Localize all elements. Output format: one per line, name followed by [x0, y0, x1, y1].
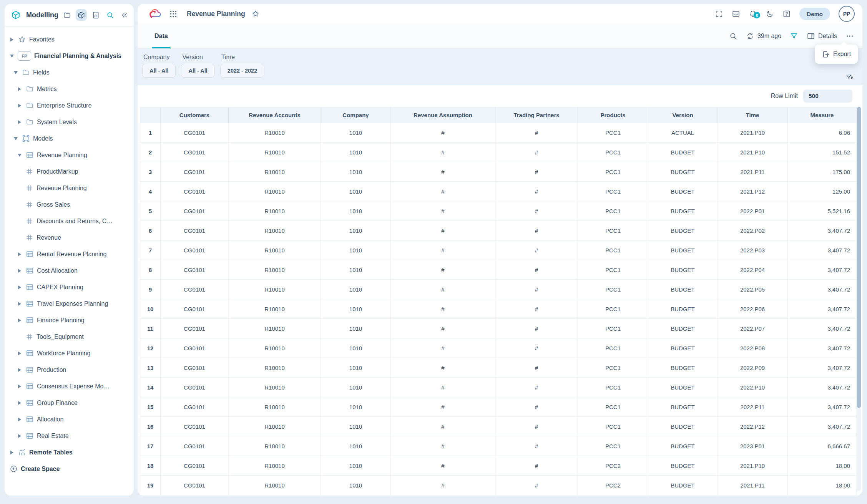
- table-row[interactable]: 19CG0101R100101010##PCC2BUDGET2021.P1118…: [140, 476, 857, 495]
- col-header-version[interactable]: Version: [648, 107, 718, 123]
- sidebar-item-system-levels[interactable]: System Levels: [5, 114, 131, 130]
- sidebar-item-finance-planning[interactable]: Finance Planning: [5, 312, 131, 328]
- sidebar-item-tools-equipment[interactable]: Tools_Equipment: [5, 328, 131, 345]
- col-header-revenue-accounts[interactable]: Revenue Accounts: [229, 107, 321, 123]
- environment-badge[interactable]: Demo: [799, 8, 830, 20]
- filter-company-value[interactable]: All - All: [142, 64, 176, 78]
- filter-version-value[interactable]: All - All: [181, 64, 214, 78]
- avatar[interactable]: PP: [839, 6, 855, 22]
- help-icon[interactable]: [782, 10, 791, 18]
- caret-right-icon[interactable]: [9, 38, 15, 41]
- caret-down-icon[interactable]: [9, 55, 15, 58]
- sidebar-item-rental-revenue-planning[interactable]: Rental Revenue Planning: [5, 246, 131, 262]
- sidebar-item-workforce-planning[interactable]: Workforce Planning: [5, 345, 131, 361]
- table-row[interactable]: 5CG0101R100101010##PCC1BUDGET2022.P015,5…: [140, 201, 857, 221]
- app-logo-icon[interactable]: [148, 8, 163, 20]
- caret-right-icon[interactable]: [17, 120, 22, 124]
- models-nav-button[interactable]: [76, 9, 87, 21]
- table-row[interactable]: 1CG0101R100101010##PCC1ACTUAL2021.P106.0…: [140, 123, 857, 143]
- col-header-trading-partners[interactable]: Trading Partners: [495, 107, 578, 123]
- sidebar-item-financial-planning-analysis[interactable]: FPFinancial Planning & Analysis: [5, 48, 131, 64]
- reports-nav-button[interactable]: [90, 9, 101, 21]
- table-row[interactable]: 16CG0101R100101010##PCC1BUDGET2022.P123,…: [140, 417, 857, 436]
- col-header-company[interactable]: Company: [321, 107, 391, 123]
- sidebar-item-group-finance[interactable]: Group Finance: [5, 395, 131, 411]
- inbox-icon[interactable]: [732, 10, 740, 18]
- sidebar-item-revenue-planning[interactable]: Revenue Planning: [5, 180, 131, 196]
- caret-right-icon[interactable]: [17, 87, 22, 91]
- row-limit-input[interactable]: [803, 90, 852, 103]
- caret-right-icon[interactable]: [17, 285, 22, 289]
- table-row[interactable]: 9CG0101R100101010##PCC1BUDGET2022.P053,4…: [140, 280, 857, 299]
- sidebar-item-enterprise-structure[interactable]: Enterprise Structure: [5, 97, 131, 114]
- caret-right-icon[interactable]: [17, 318, 22, 322]
- sidebar-item-gross-sales[interactable]: Gross Sales: [5, 196, 131, 213]
- sidebar-item-metrics[interactable]: Metrics: [5, 81, 131, 97]
- caret-right-icon[interactable]: [17, 269, 22, 273]
- caret-right-icon[interactable]: [17, 104, 22, 108]
- sidebar-item-travel-expenses-planning[interactable]: Travel Expenses Planning: [5, 295, 131, 312]
- sidebar-item-consensus-expense-mo[interactable]: Consensus Expense Mo…: [5, 378, 131, 395]
- col-header-revenue-assumption[interactable]: Revenue Assumption: [391, 107, 495, 123]
- caret-down-icon[interactable]: [13, 137, 18, 140]
- caret-right-icon[interactable]: [9, 451, 15, 454]
- table-row[interactable]: 14CG0101R100101010##PCC1BUDGET2022.P103,…: [140, 378, 857, 397]
- caret-right-icon[interactable]: [17, 401, 22, 405]
- search-icon[interactable]: [105, 9, 116, 21]
- filter-settings-icon[interactable]: [845, 73, 854, 83]
- table-row[interactable]: 15CG0101R100101010##PCC1BUDGET2022.P113,…: [140, 397, 857, 417]
- sidebar-item-revenue-planning[interactable]: Revenue Planning: [5, 147, 131, 163]
- folders-nav-button[interactable]: [61, 9, 73, 21]
- filter-time-value[interactable]: 2022 - 2022: [220, 64, 264, 78]
- table-row[interactable]: 2CG0101R100101010##PCC1BUDGET2021.P10151…: [140, 143, 857, 162]
- fullscreen-icon[interactable]: [715, 10, 723, 18]
- sidebar-item-real-estate[interactable]: Real Estate: [5, 428, 131, 444]
- apps-grid-icon[interactable]: [169, 10, 178, 18]
- table-row[interactable]: 10CG0101R100101010##PCC1BUDGET2022.P063,…: [140, 299, 857, 319]
- col-header-products[interactable]: Products: [578, 107, 648, 123]
- table-row[interactable]: 7CG0101R100101010##PCC1BUDGET2022.P033,4…: [140, 240, 857, 260]
- details-button[interactable]: Details: [807, 32, 837, 40]
- table-row[interactable]: 11CG0101R100101010##PCC1BUDGET2022.P073,…: [140, 319, 857, 338]
- more-menu-icon[interactable]: [845, 32, 854, 40]
- table-row[interactable]: 17CG0101R100101010##PCC1BUDGET2023.P016,…: [140, 436, 857, 456]
- caret-right-icon[interactable]: [17, 368, 22, 372]
- table-row[interactable]: 18CG0101R100101010##PCC2BUDGET2021.P1018…: [140, 456, 857, 476]
- col-header-measure[interactable]: Measure: [788, 107, 857, 123]
- table-row[interactable]: 3CG0101R100101010##PCC1BUDGET2021.P11175…: [140, 162, 857, 182]
- sidebar-item-remote-tables[interactable]: Remote Tables: [5, 444, 131, 461]
- sidebar-item-production[interactable]: Production: [5, 361, 131, 378]
- table-row[interactable]: 8CG0101R100101010##PCC1BUDGET2022.P043,4…: [140, 260, 857, 280]
- table-row[interactable]: 4CG0101R100101010##PCC1BUDGET2021.P12125…: [140, 182, 857, 201]
- caret-down-icon[interactable]: [17, 154, 22, 157]
- tab-data[interactable]: Data: [154, 24, 168, 48]
- col-header-time[interactable]: Time: [718, 107, 788, 123]
- sidebar-item-capex-planning[interactable]: CAPEX Planning: [5, 279, 131, 295]
- table-row[interactable]: 12CG0101R100101010##PCC1BUDGET2022.P083,…: [140, 338, 857, 358]
- refresh-button[interactable]: 39m ago: [746, 32, 781, 40]
- caret-down-icon[interactable]: [13, 71, 18, 74]
- collapse-sidebar-icon[interactable]: [119, 9, 130, 21]
- notifications-bell-icon[interactable]: 0: [749, 10, 757, 18]
- table-search-icon[interactable]: [729, 32, 737, 40]
- menu-item-export[interactable]: Export: [822, 50, 851, 58]
- sidebar-item-models[interactable]: Models: [5, 130, 131, 147]
- caret-right-icon[interactable]: [17, 252, 22, 256]
- sidebar-item-revenue[interactable]: Revenue: [5, 229, 131, 246]
- col-header-customers[interactable]: Customers: [161, 107, 229, 123]
- sidebar-item-cost-allocation[interactable]: Cost Allocation: [5, 262, 131, 279]
- table-row[interactable]: 6CG0101R100101010##PCC1BUDGET2022.P023,4…: [140, 221, 857, 240]
- caret-right-icon[interactable]: [17, 385, 22, 388]
- caret-right-icon[interactable]: [17, 434, 22, 438]
- caret-right-icon[interactable]: [17, 351, 22, 355]
- sidebar-item-discounts-and-returns-c[interactable]: Discounts and Returns, C…: [5, 213, 131, 229]
- filter-funnel-icon[interactable]: [790, 32, 798, 40]
- vertical-scrollbar-thumb[interactable]: [857, 107, 861, 408]
- table-row[interactable]: 13CG0101R100101010##PCC1BUDGET2022.P093,…: [140, 358, 857, 378]
- sidebar-item-allocation[interactable]: Allocation: [5, 411, 131, 428]
- favorite-star-icon[interactable]: [251, 10, 260, 18]
- sidebar-item-favorites[interactable]: Favorites: [5, 31, 131, 48]
- sidebar-item-fields[interactable]: Fields: [5, 64, 131, 81]
- caret-right-icon[interactable]: [17, 418, 22, 421]
- sidebar-item-productmarkup[interactable]: ProductMarkup: [5, 163, 131, 180]
